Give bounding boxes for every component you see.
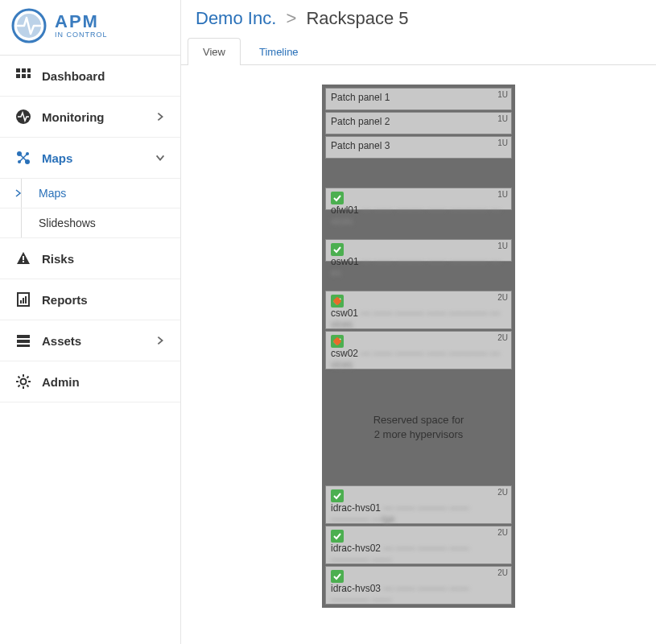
status-ok-icon xyxy=(331,243,344,256)
svg-rect-3 xyxy=(22,68,26,72)
gear-icon xyxy=(14,373,32,390)
nav-label: Maps xyxy=(42,151,72,165)
logo-icon xyxy=(11,8,47,43)
nav-dashboard[interactable]: Dashboard xyxy=(0,56,180,97)
monitoring-icon xyxy=(14,108,32,126)
svg-rect-2 xyxy=(16,68,20,72)
breadcrumb-sep: > xyxy=(286,8,296,28)
content: Patch panel 1 1U Patch panel 2 1U Patch … xyxy=(181,65,656,644)
main: Demo Inc. > Rackspace 5 View Timeline Pa… xyxy=(181,0,656,644)
nav-assets[interactable]: Assets xyxy=(0,320,180,361)
status-ok-icon xyxy=(331,192,344,204)
unit-size: 2U xyxy=(497,333,508,342)
nav-admin[interactable]: Admin xyxy=(0,361,180,402)
unit-size: 2U xyxy=(497,528,508,537)
breadcrumb-org[interactable]: Demo Inc. xyxy=(196,8,276,28)
breadcrumb-page: Rackspace 5 xyxy=(306,8,408,28)
svg-rect-4 xyxy=(27,68,31,72)
nav-risks[interactable]: Risks xyxy=(0,238,180,279)
logo[interactable]: APM IN CONTROL xyxy=(0,0,180,56)
rack-unit-patch2[interactable]: Patch panel 2 1U xyxy=(325,112,512,134)
rack-unit-csw02[interactable]: csw02 — —— ——— —— ———— —vices 2U xyxy=(325,331,512,369)
svg-rect-18 xyxy=(20,300,22,303)
tab-view[interactable]: View xyxy=(188,38,241,65)
nav-reports[interactable]: Reports xyxy=(0,279,180,320)
unit-size: 2U xyxy=(497,488,508,497)
svg-point-24 xyxy=(21,379,27,385)
nav-label: Dashboard xyxy=(42,69,105,83)
unit-size: 1U xyxy=(497,190,508,199)
svg-rect-5 xyxy=(16,74,20,78)
nav-label: Monitoring xyxy=(42,110,104,124)
unit-size: 1U xyxy=(497,90,508,99)
svg-rect-15 xyxy=(23,256,24,260)
unit-name: idrac-hvs02 xyxy=(331,543,381,554)
unit-name: idrac-hvs01 xyxy=(331,502,381,514)
status-ok-icon xyxy=(331,530,344,543)
rack-gap xyxy=(325,160,512,186)
rack-unit-patch3[interactable]: Patch panel 3 1U xyxy=(325,136,512,159)
nav-label: Assets xyxy=(42,334,81,348)
unit-size: 1U xyxy=(497,138,508,147)
unit-size: 2U xyxy=(497,568,508,577)
chevron-right-icon xyxy=(14,189,23,197)
assets-icon xyxy=(14,332,32,349)
nav-maps[interactable]: Maps xyxy=(0,138,180,179)
rack: Patch panel 1 1U Patch panel 2 1U Patch … xyxy=(322,85,515,608)
rack-unit-osw01[interactable]: osw01 — —— ——— —— ———— —es 1U xyxy=(325,239,512,262)
reports-icon xyxy=(14,291,32,308)
unit-name: csw02 xyxy=(331,348,358,359)
rack-unit-idrac3[interactable]: idrac-hvs03 — —— ——— —— ———— —— 2U xyxy=(325,566,512,605)
nav-label: Risks xyxy=(42,252,74,266)
brand-subtitle: IN CONTROL xyxy=(55,31,108,39)
maps-icon xyxy=(14,149,32,167)
unit-size: 2U xyxy=(497,293,508,302)
breadcrumb: Demo Inc. > Rackspace 5 xyxy=(181,0,656,34)
reserved-text: Reserved space for 2 more hypervisors xyxy=(373,413,464,442)
rack-unit-patch1[interactable]: Patch panel 1 1U xyxy=(325,88,512,110)
rack-reserved: Reserved space for 2 more hypervisors xyxy=(325,371,512,484)
nav-monitoring[interactable]: Monitoring xyxy=(0,97,180,138)
svg-rect-21 xyxy=(17,335,30,338)
unit-name: ofwl01 xyxy=(331,204,359,216)
rack-unit-idrac2[interactable]: idrac-hvs02 — —— ——— —— ———— —— 2U xyxy=(325,526,512,564)
svg-rect-6 xyxy=(22,74,26,78)
tabs: View Timeline xyxy=(181,37,656,65)
risks-icon xyxy=(14,250,32,267)
chevron-right-icon xyxy=(155,335,166,346)
subnav-slideshows[interactable]: Slideshows xyxy=(0,208,180,238)
subnav-maps[interactable]: Maps xyxy=(0,179,180,208)
dashboard-icon xyxy=(14,67,32,85)
unit-size: 1U xyxy=(497,114,508,123)
status-ok-icon xyxy=(331,489,344,502)
unit-name: osw01 xyxy=(331,256,359,267)
unit-name: idrac-hvs03 xyxy=(331,583,381,594)
unit-name: Patch panel 1 xyxy=(331,92,390,103)
status-warn-icon xyxy=(331,335,344,348)
rack-unit-idrac1[interactable]: idrac-hvs01 — —— ——— —— ———— —lge 2U xyxy=(325,485,512,524)
brand-title: APM xyxy=(55,13,108,31)
svg-rect-22 xyxy=(17,340,30,343)
rack-unit-csw01[interactable]: csw01 — —— ——— —— ———— —vices 2U xyxy=(325,291,512,329)
svg-rect-19 xyxy=(23,298,24,303)
status-ok-icon xyxy=(331,570,344,583)
nav-label: Admin xyxy=(42,375,80,389)
chevron-right-icon xyxy=(155,111,166,122)
nav-label: Reports xyxy=(42,293,88,307)
unit-name: Patch panel 3 xyxy=(331,140,390,151)
svg-rect-23 xyxy=(17,345,30,347)
unit-size: 1U xyxy=(497,242,508,250)
rack-unit-ofwl01[interactable]: ofwl01 — —— ——— —— ———— —vices 1U xyxy=(325,188,512,210)
tab-timeline[interactable]: Timeline xyxy=(244,38,314,65)
svg-rect-16 xyxy=(23,261,24,262)
svg-rect-20 xyxy=(25,296,27,303)
unit-name: csw01 xyxy=(331,308,358,319)
subnav-label: Maps xyxy=(39,187,66,200)
subnav-label: Slideshows xyxy=(39,217,96,229)
svg-rect-7 xyxy=(27,74,31,78)
unit-name: Patch panel 2 xyxy=(331,116,390,127)
chevron-down-icon xyxy=(155,152,166,163)
sidebar: APM IN CONTROL Dashboard Monitoring xyxy=(0,0,181,644)
status-warn-icon xyxy=(331,295,344,308)
